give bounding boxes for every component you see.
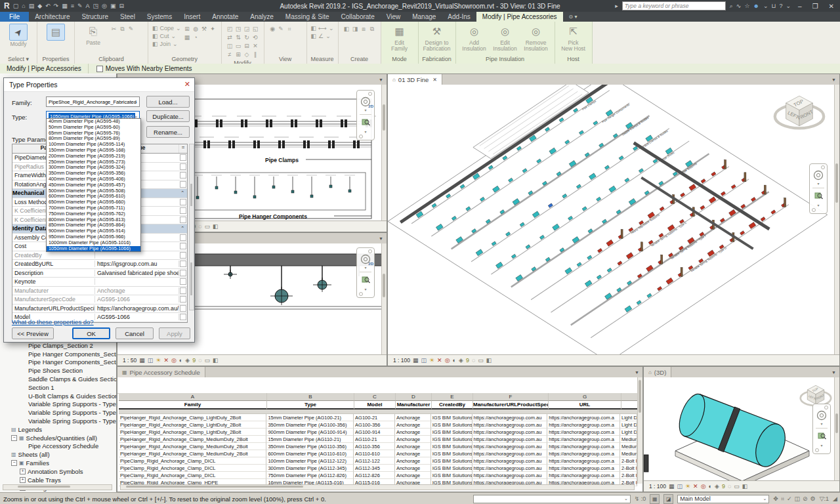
browser-item-pipe-hanger-components-section[interactable]: Pipe Hanger Components_Section: [0, 358, 116, 367]
ribbon-tab-collaborate[interactable]: Collaborate: [335, 12, 381, 22]
close-icon[interactable]: ✕: [431, 77, 437, 83]
type-option[interactable]: 100mm Diameter Pipe (AG595-114): [47, 142, 140, 148]
view-control-bar[interactable]: 1 : 50▦◫☀✕◎◐◈9◌▭◧: [117, 354, 387, 366]
browser-item-u-bolt-clamps-guides-section[interactable]: U-Bolt Clamps & Guides Section: [0, 392, 116, 400]
button-remove-insulation[interactable]: ◎Remove Insulation: [522, 23, 551, 52]
navigation-bar[interactable]: 2D▾▾: [356, 247, 375, 298]
tab-3d[interactable]: ⌂ (3D): [644, 367, 671, 377]
tool-icon-modify-3[interactable]: ◱: [251, 25, 260, 33]
grid-vscrollbar[interactable]: [189, 144, 194, 310]
type-option[interactable]: 250mm Diameter Pipe (AG595-273): [47, 159, 140, 165]
browser-item-families[interactable]: −▣Families: [0, 459, 116, 467]
type-option[interactable]: 850mm Diameter Pipe (AG595-864): [47, 222, 140, 228]
navigation-bar[interactable]: 2D▾▾: [356, 90, 375, 140]
window-menu-icon[interactable]: ▼: [828, 74, 839, 85]
table-row[interactable]: PipeClamp_Rigid_Anchorage_Clamp_DICL300m…: [119, 465, 637, 472]
qat-icon-2[interactable]: ▤: [29, 0, 35, 12]
properties-help-link[interactable]: What do these properties do?: [12, 318, 94, 326]
lock-box[interactable]: [180, 172, 186, 178]
steering-wheel-icon[interactable]: 2D: [360, 254, 371, 264]
lock-box[interactable]: [180, 287, 186, 294]
status-icon-0[interactable]: ✥: [773, 495, 778, 503]
expander-icon[interactable]: −: [11, 435, 17, 441]
table-row[interactable]: PipeHanger_Rigid_Anchorage_Clamp_LightDu…: [119, 414, 637, 421]
collapse-icon[interactable]: ⌃: [180, 190, 184, 196]
main-vscrollbar[interactable]: [834, 85, 839, 355]
button-edit-family[interactable]: ▦Edit Family: [385, 23, 414, 52]
type-dropdown-list[interactable]: 40mm Diameter Pipe (AG595-48)50mm Diamet…: [46, 118, 141, 252]
file-tab[interactable]: File: [0, 12, 29, 22]
qat-icon-12[interactable]: ▣: [110, 0, 116, 12]
lock-box[interactable]: [180, 163, 186, 170]
param-row-manufacturerspeccode[interactable]: ManufacturerSpecCodeAG595-1066: [12, 295, 187, 304]
ribbon-tab-contextual[interactable]: Modify | Pipe Accessories: [476, 12, 563, 22]
section-vscrollbar[interactable]: [381, 243, 387, 355]
tab-pipe-accessory-schedule[interactable]: ▦ Pipe Accessory Schedule: [117, 367, 205, 377]
lock-box[interactable]: [180, 261, 186, 267]
viewbar-icon-6[interactable]: ◈: [185, 357, 190, 364]
apply-button[interactable]: Apply: [159, 327, 190, 339]
ribbon-tab-annotate[interactable]: Annotate: [206, 12, 244, 22]
type-option[interactable]: 750mm Diameter Pipe (AG595-762): [47, 211, 140, 217]
close-button[interactable]: ✕: [826, 3, 837, 10]
viewbar-icon-0[interactable]: ▦: [669, 483, 675, 490]
minimize-button[interactable]: –: [795, 3, 805, 10]
zoom-icon[interactable]: [818, 430, 826, 442]
viewbar-icon-10[interactable]: ◧: [213, 223, 219, 230]
viewbar-icon-8[interactable]: ◌: [198, 357, 201, 364]
chevron-down-icon[interactable]: ▾: [817, 181, 819, 186]
menu-item-cope[interactable]: ◧Cope⌄: [152, 25, 181, 32]
tool-icon-modify-7[interactable]: ⟲: [251, 33, 260, 42]
schedule-hscrollbar[interactable]: [120, 484, 635, 490]
search-side-icon-1[interactable]: ∿: [736, 3, 742, 10]
viewbar-icon-3[interactable]: ✕: [163, 357, 169, 364]
type-option[interactable]: 450mm Diameter Pipe (AG595-457): [47, 182, 140, 188]
param-row-createdbyurl[interactable]: CreatedByURLhttps://igsgroup.com.au: [12, 260, 187, 269]
tool-icon-geometry-3[interactable]: ✦: [209, 25, 217, 33]
browser-item-schedules-quantities-all[interactable]: −▦Schedules/Quantities (all): [0, 434, 116, 442]
viewbar-icon-3[interactable]: ✕: [693, 483, 698, 490]
title-right-icon-1[interactable]: ⊔: [771, 3, 776, 9]
tool-icon-modify-8[interactable]: ◫: [226, 42, 234, 51]
button-pick-new-host[interactable]: ⇱Pick New Host: [559, 23, 588, 52]
type-option[interactable]: 350mm Diameter Pipe (AG595-356): [47, 171, 140, 177]
ribbon-tab-view[interactable]: View: [381, 12, 407, 22]
worksharing-icon[interactable]: ▦: [650, 494, 660, 504]
tool-icon-modify-4[interactable]: ⇄: [226, 33, 234, 42]
type-option[interactable]: 65mm Diameter Pipe (AG595-76): [47, 131, 140, 136]
tool-icon-modify-11[interactable]: ✕: [251, 42, 260, 51]
viewbar-icon-10[interactable]: ◧: [213, 357, 219, 364]
duplicate-button[interactable]: Duplicate...: [146, 110, 190, 122]
viewbar-icon-5[interactable]: ◐: [453, 357, 456, 364]
table-row[interactable]: PipeHanger_Rigid_Anchorage_Clamp_LightDu…: [119, 421, 637, 429]
ribbon-tab-insert[interactable]: Insert: [178, 12, 206, 22]
tool-icon-modify-1[interactable]: ◳: [234, 25, 243, 33]
viewbar-icon-5[interactable]: ◐: [179, 357, 182, 364]
button-paste[interactable]: ⎘Paste: [79, 23, 108, 46]
type-option[interactable]: 500mm Diameter Pipe (AG595-508): [47, 188, 140, 194]
tool-icon-clipboard-2[interactable]: ✎: [127, 25, 135, 33]
expander-icon[interactable]: −: [11, 460, 17, 466]
viewbar-icon-0[interactable]: ▦: [139, 357, 145, 364]
qat-icon-11[interactable]: ◎: [102, 0, 107, 12]
qat-icon-3[interactable]: ◆: [37, 0, 42, 12]
viewbar-icon-10[interactable]: ◧: [742, 483, 748, 490]
param-row-createdby[interactable]: CreatedBy: [12, 251, 187, 261]
browser-item-legends[interactable]: ▤Legends: [0, 425, 116, 434]
tool-icon-clipboard-0[interactable]: ✂: [110, 25, 118, 33]
param-row-manufacturerurlproductspecifi[interactable]: ManufacturerURLProductSpecifihttps://anc…: [12, 304, 187, 314]
moves-with-nearby-checkbox[interactable]: [96, 66, 103, 72]
viewbar-icon-8[interactable]: ◌: [728, 483, 731, 490]
window-menu-icon[interactable]: ▼: [631, 367, 642, 377]
viewbar-icon-2[interactable]: ☀: [156, 357, 161, 364]
type-option[interactable]: 600mm Diameter Pipe (AG595-610): [47, 194, 140, 200]
zoom-icon[interactable]: [814, 190, 823, 202]
qat-icon-10[interactable]: ◳: [93, 0, 99, 12]
viewbar-icon-5[interactable]: ◐: [709, 483, 712, 490]
schedule-vscrollbar[interactable]: [637, 377, 642, 484]
tool-icon-create-1[interactable]: ◨: [351, 25, 360, 33]
lock-box[interactable]: [180, 207, 186, 214]
type-option[interactable]: 40mm Diameter Pipe (AG595-48): [47, 119, 140, 125]
status-icon-4[interactable]: ⊘: [803, 495, 808, 503]
lock-box[interactable]: [180, 305, 186, 312]
